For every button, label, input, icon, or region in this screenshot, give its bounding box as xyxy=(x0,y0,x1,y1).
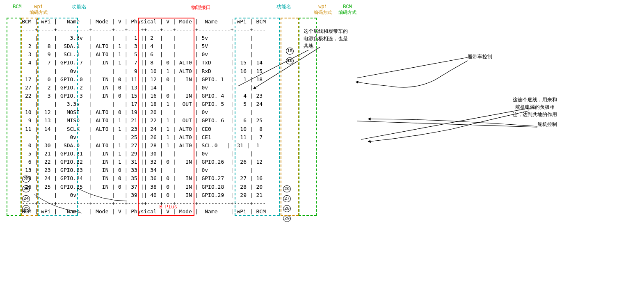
svg-line-1 xyxy=(357,57,468,78)
column-headers: BCM wpi编码方式 功能名 物理接口 功能名 wpi编码方式 BCM编码方式 xyxy=(4,4,360,16)
top-annotation-line1: 这个底线和履带车的 xyxy=(304,28,348,35)
top-annotation-line2: 电源负极相连，也是 xyxy=(304,35,348,43)
circled-26-right: 26 xyxy=(283,185,291,192)
main-container: BCM wpi编码方式 功能名 物理接口 功能名 wpi编码方式 BCM编码方式… xyxy=(0,0,644,216)
ground-note-line1: 这连个底线，用来和 xyxy=(513,96,557,104)
top-annotation: 这个底线和履带车的 电源负极相连，也是 共地 xyxy=(304,28,348,50)
svg-line-3 xyxy=(357,121,537,127)
circled-29-right: 29 xyxy=(283,215,291,222)
circled-28-right: 28 xyxy=(283,205,291,212)
circled-15: 15 xyxy=(286,48,294,55)
crawler-control-label: 履带车控制 xyxy=(468,53,492,60)
pinout-table: BCM | wPi | Name | Mode | V | Physical |… xyxy=(6,18,266,216)
circled-16: 16 xyxy=(286,57,294,64)
bottom-b-plus-label: B Plus xyxy=(139,204,197,210)
header-bcm-right: BCM编码方式 xyxy=(335,4,360,16)
servo-control-label: 舵机控制 xyxy=(537,121,557,128)
header-func-name-right: 功能名 xyxy=(257,4,311,16)
pinout-wrapper: BCM | wPi | Name | Mode | V | Physical |… xyxy=(6,18,266,216)
svg-line-2 xyxy=(361,107,537,139)
header-wpi-right: wpi编码方式 xyxy=(311,4,335,16)
circled-27-right: 27 xyxy=(283,195,291,202)
header-physical: 物理接口 xyxy=(169,4,233,16)
header-bcm-left: BCM xyxy=(7,4,28,16)
ground-note-line3: 连，达到共地的作用 xyxy=(513,111,557,119)
ground-note-line2: 舵机电源的负极相 xyxy=(513,104,557,111)
header-func-name-left: 功能名 xyxy=(49,4,109,16)
top-annotation-line3: 共地 xyxy=(304,43,348,50)
ground-note: 这连个底线，用来和 舵机电源的负极相 连，达到共地的作用 xyxy=(513,96,557,119)
header-wpi-left: wpi编码方式 xyxy=(28,4,49,16)
